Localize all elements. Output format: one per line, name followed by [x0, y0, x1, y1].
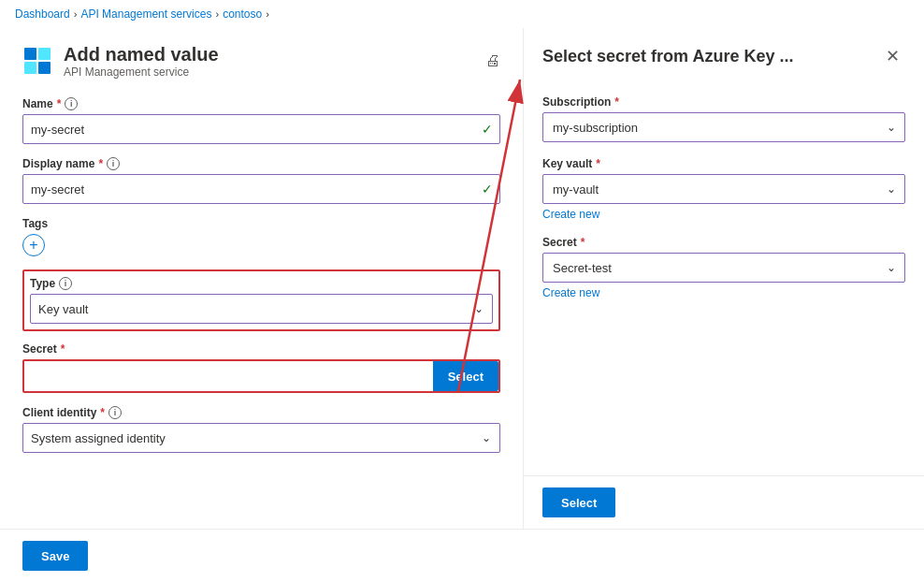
flyout-title: Select secret from Azure Key ...: [542, 47, 793, 66]
footer: Save: [0, 529, 924, 582]
client-identity-field: Client identity * i System assigned iden…: [22, 406, 500, 453]
name-info-icon[interactable]: i: [65, 97, 78, 110]
breadcrumb-api-management[interactable]: API Management services: [80, 7, 211, 21]
breadcrumb: Dashboard › API Management services › co…: [0, 0, 924, 28]
name-required: *: [57, 97, 62, 110]
svg-rect-2: [24, 48, 36, 60]
flyout-secret-label: Secret: [542, 236, 577, 249]
display-name-info-icon[interactable]: i: [107, 157, 120, 170]
page-title: Add named value: [64, 43, 219, 65]
breadcrumb-contoso[interactable]: contoso: [223, 7, 262, 21]
name-label: Name: [22, 97, 53, 110]
display-name-required: *: [98, 157, 103, 170]
type-field-wrapper: Type i Key vault ⌄: [22, 269, 500, 331]
secret-input-row: Select: [22, 359, 500, 393]
flyout-secret-select[interactable]: Secret-test: [542, 253, 905, 283]
client-identity-label: Client identity: [22, 406, 96, 419]
left-panel: Add named value API Management service 🖨…: [0, 28, 524, 529]
secret-input[interactable]: [24, 361, 433, 391]
name-input[interactable]: [22, 114, 500, 144]
key-vault-create-new-link[interactable]: Create new: [542, 208, 599, 221]
flyout-footer: Select: [524, 475, 924, 529]
secret-create-new-link[interactable]: Create new: [542, 286, 599, 299]
display-name-label: Display name: [22, 157, 94, 170]
display-name-input[interactable]: [22, 174, 500, 204]
flyout-subscription-select[interactable]: my-subscription: [542, 112, 905, 142]
svg-rect-4: [24, 62, 36, 74]
display-name-check-icon: ✓: [482, 182, 493, 196]
flyout-header: Select secret from Azure Key ... ✕: [524, 28, 924, 80]
page-subtitle: API Management service: [64, 65, 219, 79]
tags-field: Tags +: [22, 217, 500, 256]
name-check-icon: ✓: [482, 122, 493, 137]
flyout-body: Subscription * my-subscription ⌄ Key vau…: [524, 80, 924, 475]
api-management-icon: [22, 46, 52, 76]
flyout-select-button[interactable]: Select: [542, 487, 615, 517]
flyout-secret-field: Secret * Secret-test ⌄ Create new: [542, 236, 905, 299]
tags-label: Tags: [22, 217, 48, 230]
client-identity-required: *: [100, 406, 105, 419]
type-info-icon[interactable]: i: [59, 277, 72, 290]
flyout-key-vault-label: Key vault: [542, 157, 592, 170]
svg-rect-3: [38, 48, 51, 60]
type-label: Type: [30, 277, 55, 290]
flyout-subscription-label: Subscription: [542, 95, 611, 109]
secret-required: *: [61, 342, 65, 356]
name-field: Name * i ✓: [22, 97, 500, 144]
client-identity-select[interactable]: System assigned identity: [22, 423, 500, 453]
flyout-subscription-required: *: [614, 95, 619, 109]
flyout-subscription-field: Subscription * my-subscription ⌄: [542, 95, 905, 142]
secret-select-button[interactable]: Select: [433, 361, 498, 391]
flyout-key-vault-required: *: [596, 157, 600, 170]
flyout-key-vault-field: Key vault * my-vault ⌄ Create new: [542, 157, 905, 221]
add-tag-button[interactable]: +: [22, 234, 45, 256]
type-select[interactable]: Key vault: [30, 294, 493, 324]
client-identity-info-icon[interactable]: i: [108, 406, 122, 419]
display-name-field: Display name * i ✓: [22, 157, 500, 204]
svg-rect-5: [38, 62, 51, 74]
secret-label: Secret: [22, 342, 57, 356]
flyout-close-button[interactable]: ✕: [879, 43, 905, 69]
add-named-value-form: Name * i ✓ Display name * i ✓: [22, 97, 500, 453]
page-header: Add named value API Management service 🖨: [22, 28, 500, 82]
print-icon[interactable]: 🖨: [485, 52, 500, 69]
flyout-panel: Select secret from Azure Key ... ✕ Subsc…: [524, 28, 924, 529]
save-button[interactable]: Save: [22, 541, 88, 571]
flyout-secret-required: *: [581, 236, 585, 249]
secret-field: Secret * Select: [22, 342, 500, 393]
flyout-key-vault-select[interactable]: my-vault: [542, 174, 905, 204]
breadcrumb-dashboard[interactable]: Dashboard: [15, 7, 70, 21]
